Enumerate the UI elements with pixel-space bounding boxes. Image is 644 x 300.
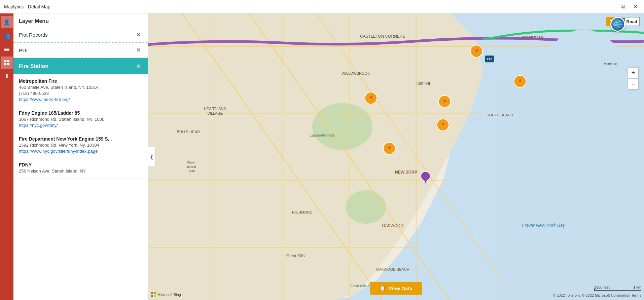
layer-menu-header: Layer Menu	[13, 13, 148, 27]
scale-line	[594, 289, 641, 291]
sidebar-icon-layers[interactable]	[1, 43, 13, 55]
plot-records-close[interactable]: ✕	[134, 31, 142, 39]
record-item[interactable]: FDNY256 Nelson Ave, Staten Island, NY	[13, 158, 148, 179]
record-phone: (718) 490-5528	[19, 91, 142, 96]
title-bar: Maplytics - Detail Map ⧉ ✕	[0, 0, 644, 13]
fire-station-title: Fire Station	[19, 63, 48, 69]
plot-records-row: Plot Records ✕	[13, 27, 148, 43]
svg-rect-1	[4, 49, 9, 50]
svg-text:📍: 📍	[387, 146, 393, 152]
svg-text:📍: 📍	[474, 49, 480, 54]
restore-button[interactable]: ⧉	[618, 2, 628, 11]
record-url[interactable]: https://nyc.gov/fdny/	[19, 123, 142, 128]
svg-rect-6	[7, 63, 9, 65]
svg-text:Latourette Park: Latourette Park	[310, 133, 335, 137]
view-data-label: View Data	[389, 286, 413, 291]
sidebar-icon-download[interactable]: ⬇	[1, 70, 13, 82]
microsoft-bing-label: Microsoft Bing	[157, 293, 181, 297]
map-attribution: © 2022 TomTom, © 2022 Microsoft Corporat…	[553, 293, 641, 297]
close-button[interactable]: ✕	[631, 2, 640, 11]
sidebar-icons: 👤 👥 ⬇	[0, 13, 13, 300]
zoom-controls: + −	[628, 67, 639, 89]
sidebar-icon-grid[interactable]	[1, 57, 13, 69]
zoom-in-button[interactable]: +	[628, 67, 639, 78]
svg-text:VILLAGE: VILLAGE	[207, 112, 223, 116]
svg-text:BULLS HEAD: BULLS HEAD	[177, 130, 200, 134]
record-url[interactable]: https://www.metro-fire.org/	[19, 97, 142, 102]
svg-rect-0	[4, 48, 9, 48]
record-address: 1592 Richmond Rd, New York, Ny, 10304	[19, 143, 142, 148]
map-area[interactable]: CASTLETON CORNERS WILLOWBROOK Todt Hill …	[148, 13, 644, 300]
svg-text:OAKWOOD: OAKWOOD	[382, 223, 403, 228]
scale-label-feet: 2500 feet	[594, 285, 610, 289]
svg-text:Island: Island	[187, 165, 196, 168]
scale-bar: 2500 feet 1 km	[594, 285, 641, 291]
scale-label-km: 1 km	[633, 285, 641, 289]
svg-text:Staten: Staten	[187, 160, 196, 164]
record-address: 460 Brielle Ave, Staten Island, NY, 1031…	[19, 85, 142, 90]
svg-rect-3	[4, 60, 6, 62]
svg-text:276: 276	[487, 57, 493, 61]
svg-text:Todt Hill: Todt Hill	[416, 81, 430, 86]
map-collapse-button[interactable]: ❮	[148, 147, 155, 167]
svg-text:RICHMOND: RICHMOND	[292, 210, 312, 214]
record-name: FDNY	[19, 162, 142, 167]
map-background: CASTLETON CORNERS WILLOWBROOK Todt Hill …	[148, 13, 644, 300]
record-url[interactable]: https://www.nyc.gov/site/fdny/index.page	[19, 149, 142, 154]
svg-text:Mall: Mall	[188, 169, 194, 173]
record-item[interactable]: Metropolitan Fire460 Brielle Ave, Staten…	[13, 74, 148, 106]
record-address: 256 Nelson Ave, Staten Island, NY	[19, 168, 142, 174]
title-bar-right: ⧉ ✕	[618, 2, 640, 11]
svg-text:WILLOWBROOK: WILLOWBROOK	[342, 71, 370, 75]
svg-text:📍: 📍	[440, 122, 446, 128]
poi-close[interactable]: ✕	[134, 46, 142, 54]
svg-text:CASTLETON CORNERS: CASTLETON CORNERS	[360, 34, 405, 39]
record-name: Fire Department New York Engine 159 S...	[19, 136, 142, 142]
svg-rect-5	[4, 63, 6, 65]
svg-text:NEW DORP: NEW DORP	[395, 170, 417, 175]
svg-text:OAKWOOD BEACH: OAKWOOD BEACH	[376, 267, 409, 271]
scale-labels: 2500 feet 1 km	[594, 285, 641, 289]
svg-text:📍: 📍	[517, 79, 523, 85]
view-data-button[interactable]: 📋 View Data	[370, 282, 422, 295]
fire-station-close[interactable]: ✕	[134, 62, 142, 70]
record-address: 3067 Richmond Rd, Staten Island, NY, 103…	[19, 117, 142, 122]
fire-station-header: Fire Station ✕	[13, 58, 148, 74]
svg-rect-4	[7, 60, 9, 62]
svg-text:📍: 📍	[442, 99, 448, 105]
plot-records-label: Plot Records	[19, 32, 48, 38]
svg-rect-24	[500, 80, 644, 300]
record-item[interactable]: Fire Department New York Engine 159 S...…	[13, 132, 148, 158]
svg-point-10	[312, 103, 372, 150]
svg-text:Lower New York Bay: Lower New York Bay	[522, 223, 566, 228]
record-item[interactable]: Fdny Engine 165/Ladder 853067 Richmond R…	[13, 106, 148, 132]
app-title: Maplytics - Detail Map	[4, 4, 50, 9]
svg-text:Hamilton: Hamilton	[604, 62, 617, 65]
svg-text:Great Kills: Great Kills	[286, 254, 305, 258]
svg-point-11	[346, 190, 386, 224]
ms-logo-icon	[151, 292, 156, 297]
view-data-icon: 📋	[380, 285, 386, 291]
sidebar-icon-people[interactable]: 👥	[1, 30, 13, 42]
layer-menu-label: Layer Menu	[19, 18, 49, 24]
zoom-out-button[interactable]: −	[628, 79, 639, 89]
record-name: Metropolitan Fire	[19, 78, 142, 84]
svg-text:📍: 📍	[368, 96, 374, 102]
svg-text:HEARTLAND: HEARTLAND	[204, 107, 226, 111]
main-area: 👤 👥 ⬇ Layer Menu Plot Records ✕	[0, 13, 644, 300]
title-bar-left: Maplytics - Detail Map	[4, 4, 50, 9]
panel: Layer Menu Plot Records ✕ POI ✕ Fire Sta…	[13, 13, 148, 300]
navigation-globe[interactable]	[610, 17, 625, 32]
microsoft-bing-logo: Microsoft Bing	[151, 292, 181, 297]
records-list: Metropolitan Fire460 Brielle Ave, Staten…	[13, 74, 148, 300]
poi-label: POI	[19, 47, 28, 53]
sidebar-icon-person[interactable]: 👤	[1, 16, 13, 28]
svg-text:SOUTH BEACH: SOUTH BEACH	[487, 113, 513, 117]
poi-row: POI ✕	[13, 43, 148, 58]
map-type-label: Road	[627, 19, 638, 24]
record-name: Fdny Engine 165/Ladder 85	[19, 110, 142, 116]
svg-rect-2	[4, 50, 9, 51]
svg-text:ROSEBANK: ROSEBANK	[522, 36, 544, 40]
